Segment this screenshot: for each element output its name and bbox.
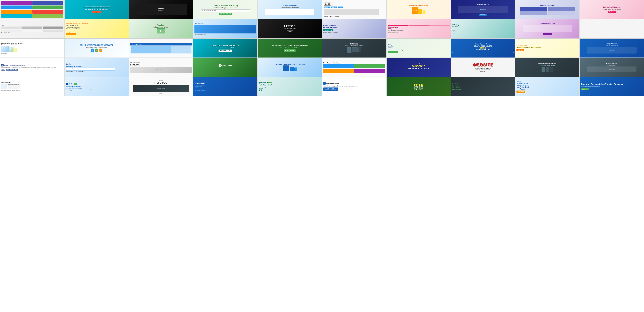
tile-premium-themes[interactable]: Premium Website Themes Exceptional quali…	[515, 58, 580, 77]
tile-website-builder-features[interactable]: Website Builder Templates Drag & Drop SE…	[515, 38, 580, 58]
tile-facebook-shop-2[interactable]: Set up your shop Product listing preview…	[0, 77, 64, 96]
tile-sitejam-creator[interactable]: A simple, powerful website creator Start…	[64, 0, 129, 19]
tile-tattoo[interactable]: TATTOO BODY PIERCING Enter	[258, 19, 322, 38]
tile-website-red-text[interactable]: WEBSITE EVERYTHING YOU NEED TOCREATE AN …	[451, 58, 515, 77]
tile-pc-smartphone[interactable]: PC, SMARTPHONE AND TABLET FRIENDLY	[258, 58, 322, 77]
tile-wix-professional[interactable]: WixSite NEW Create a professional,free w…	[64, 77, 129, 96]
tile-jimdo[interactable]: jimdo Simply great websites. Search webs…	[64, 58, 129, 77]
tile-free-designer-templates[interactable]: FREE Designer Business Templates	[451, 77, 515, 96]
tile-website-builder-info[interactable]: Website Builder Get online. Grow your bu…	[322, 77, 386, 96]
tile-videoboard[interactable]: VideoBoard Make Your Own Website	[129, 19, 193, 38]
tile-company-here[interactable]: Your Company Here	[129, 38, 193, 58]
tile-build-free-professional[interactable]: website We're here to help Build Your Ow…	[515, 77, 580, 96]
tile-online-builder-software[interactable]: ONLINE WEBSITE BUILDER SOFTWARE Build fo…	[64, 38, 129, 58]
tile-responsive-design[interactable]: Responsive for All Devices Desktop	[386, 0, 451, 19]
tile-ucoz-free[interactable]: ucoz website FREE! Get your free website…	[386, 38, 451, 58]
tile-free-templates[interactable]: Free Website Templates	[322, 58, 386, 77]
image-grid-row-1: A simple, powerful website creator Start…	[0, 0, 644, 19]
image-grid-row-2: YO Free Website Builder Make Your Own Fr…	[0, 19, 644, 38]
tile-folio-portfolio-2[interactable]: Website FOLIO. Portfolio Layout MANU	[129, 77, 193, 96]
tile-small-website-builder[interactable]: Small Website Builder SELL YOUR PRODUCTS…	[451, 38, 515, 58]
tile-90-second-builder[interactable]: Website Builder 90 SECOND WEBSITE BUILDE…	[386, 58, 451, 77]
tile-welcome-back[interactable]: Welcome back Marcy Your Free Demo Name H…	[386, 19, 451, 38]
tile-logo-options[interactable]: Logo Option 1 Option 2 Logo Game 1 Game …	[322, 0, 386, 19]
tile-row2-filler	[580, 19, 644, 38]
tile-category-submenu[interactable]: Category Sub Menu Edit Here • Item 1 • I…	[451, 19, 515, 38]
tile-create-for-business[interactable]: Create a website for your business. Get …	[322, 19, 386, 38]
tile-build-responsive[interactable]: Build amazing responsive websites Build …	[0, 38, 64, 58]
tile-professional-sites[interactable]: Professional Websites Easy to build, eas…	[580, 0, 644, 19]
tile-make-own-free[interactable]: Make Your Own Free Website Call 1-800-80…	[64, 19, 129, 38]
tile-dark-device[interactable]: Website Builder Pro	[129, 0, 193, 19]
tile-mix-futura[interactable]: Mix Futura Website Preview Easy website …	[193, 19, 258, 38]
tile-new-website-config[interactable]: NEW WEBSITE Website Configuration PC Cle…	[193, 77, 258, 96]
tile-passion-thriving-2[interactable]: Turn Your Passion into a Thriving Busine…	[580, 77, 644, 96]
tile-mi-pagina[interactable]: Mi página personal Create your personal …	[258, 0, 322, 19]
tile-yourwebsite-builder[interactable]: YO Free Website Builder	[0, 19, 64, 38]
tile-drag-drop-builder[interactable]: Drag and Drop Easy to use builder + Drop…	[580, 38, 644, 58]
tile-create-free-website-cyan[interactable]: CREATE A FREE WEBSITE Beautiful template…	[193, 38, 258, 58]
tile-templates-blue[interactable]: Website Templates	[515, 0, 580, 19]
image-grid-row-4: f Why not set up a Facebook Shop? We can…	[0, 58, 644, 77]
image-grid-row-3: Build amazing responsive websites Build …	[0, 38, 644, 58]
tile-folio-portfolio[interactable]: Website Builder FOLIO. Portfolio Preview	[129, 58, 193, 77]
tile-website-dark-blue[interactable]: Website Builder Templates Get Started	[451, 0, 515, 19]
tile-gogo-starttoday[interactable]: G StartToday SURPRISINGLY SIMPLE, FREE A…	[193, 58, 258, 77]
tile-preview-website[interactable]: Preview website.com Preview Now	[515, 19, 580, 38]
tile-passion-thriving-business[interactable]: Turn Your Passion into a Thriving Busine…	[258, 38, 322, 58]
tile-website-creator[interactable]: Website Creator All-in-one solution Crea…	[580, 58, 644, 77]
tile-free-website-builder-green[interactable]: FREE WEBSITEBUILDER	[386, 77, 451, 96]
tile-sitejam[interactable]	[0, 0, 64, 19]
tile-moonfruit[interactable]: moonfruit + Save Hello Prince de la V Cl…	[258, 77, 322, 96]
tile-facebook-shop[interactable]: f Why not set up a Facebook Shop? We can…	[0, 58, 64, 77]
tile-create-free-website[interactable]: Create a Free Website Today Start by sea…	[193, 0, 258, 19]
image-grid-row-5: Set up your shop Product listing preview…	[0, 77, 644, 96]
tile-mobirise[interactable]: MOBIRISE MOBILE WEBSITE BUILDER	[322, 38, 386, 58]
